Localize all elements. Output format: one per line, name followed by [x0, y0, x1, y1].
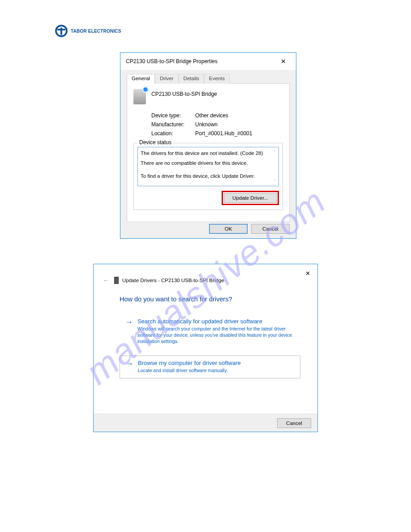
update-driver-button[interactable]: Update Driver... [224, 193, 277, 203]
location-label: Location: [151, 130, 195, 137]
brand-logo: TABOR ELECTRONICS [55, 24, 121, 38]
tabstrip: General Driver Details Events [127, 73, 290, 83]
update-driver-highlight: Update Driver... [222, 191, 279, 205]
device-properties-dialog: CP2130 USB-to-SPI Bridge Properties ✕ Ge… [120, 52, 296, 239]
status-line-2: There are no compatible drivers for this… [141, 160, 270, 167]
tab-general[interactable]: General [127, 74, 155, 84]
chevron-down-icon[interactable]: ˅ [271, 178, 278, 184]
option-search-automatically[interactable]: → Search automatically for updated drive… [120, 314, 300, 349]
wizard-title: Update Drivers - CP2130 USB-to-SPI Bridg… [122, 278, 224, 283]
option1-desc: Windows will search your computer and th… [137, 326, 295, 345]
wizard-question: How do you want to search for drivers? [120, 296, 300, 303]
ok-button[interactable]: OK [209, 224, 248, 234]
arrow-right-icon: → [125, 360, 133, 368]
device-name: CP2130 USB-to-SPI Bridge [151, 89, 217, 97]
device-status-text[interactable]: The drivers for this device are not inst… [137, 147, 279, 186]
device-icon [133, 89, 146, 104]
option2-title: Browse my computer for driver software [138, 360, 241, 366]
cancel-button[interactable]: Cancel [251, 224, 290, 234]
close-icon[interactable]: ✕ [302, 269, 313, 278]
back-arrow-icon[interactable]: ← [102, 277, 111, 284]
device-status-group: Device status The drivers for this devic… [133, 143, 283, 210]
wizard-device-icon [114, 277, 119, 284]
arrow-right-icon: → [125, 318, 133, 326]
tab-events[interactable]: Events [204, 74, 230, 84]
manufacturer-value: Unknown [195, 121, 218, 128]
tab-driver[interactable]: Driver [155, 74, 179, 84]
dialog-titlebar[interactable]: CP2130 USB-to-SPI Bridge Properties ✕ [120, 53, 296, 70]
option2-desc: Locate and install driver software manua… [138, 367, 241, 373]
logo-mark-icon [55, 24, 68, 38]
option-browse-computer[interactable]: → Browse my computer for driver software… [120, 356, 300, 378]
wizard-cancel-button[interactable]: Cancel [277, 418, 311, 428]
device-status-legend: Device status [137, 139, 173, 146]
brand-name: TABOR ELECTRONICS [71, 29, 121, 34]
status-line-3: To find a driver for this device, click … [141, 173, 270, 180]
dialog-title: CP2130 USB-to-SPI Bridge Properties [126, 58, 218, 64]
tab-details[interactable]: Details [179, 74, 204, 84]
update-drivers-wizard: ✕ ← Update Drivers - CP2130 USB-to-SPI B… [93, 264, 318, 432]
location-value: Port_#0001.Hub_#0001 [195, 130, 252, 137]
device-type-label: Device type: [151, 112, 195, 119]
close-icon[interactable]: ✕ [276, 55, 291, 68]
manufacturer-label: Manufacturer: [151, 121, 195, 128]
device-type-value: Other devices [195, 112, 228, 119]
option1-title: Search automatically for updated driver … [137, 318, 295, 325]
status-scrollbar[interactable]: ˄ ˅ [271, 149, 278, 184]
status-line-1: The drivers for this device are not inst… [141, 150, 270, 157]
chevron-up-icon[interactable]: ˄ [271, 149, 278, 155]
tab-panel-general: CP2130 USB-to-SPI Bridge Device type: Ot… [127, 83, 290, 222]
